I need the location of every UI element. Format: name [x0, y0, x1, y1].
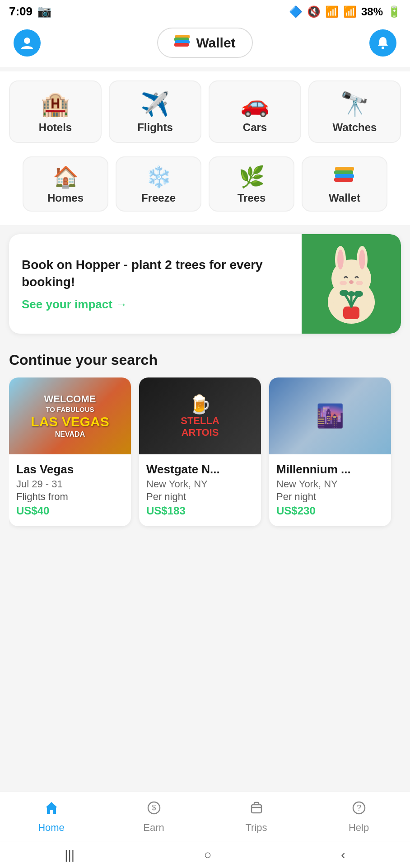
help-nav-icon: ? — [351, 800, 367, 819]
search-card-lasvegas[interactable]: WELCOME TO FABULOUS LAS VEGAS NEVADA Las… — [9, 377, 131, 526]
earn-nav-icon: $ — [146, 800, 162, 819]
svg-text:$: $ — [152, 804, 156, 811]
profile-button[interactable] — [14, 29, 41, 57]
svg-point-16 — [349, 280, 354, 284]
category-hotels[interactable]: 🏨 Hotels — [9, 80, 102, 143]
wallet-category-icon — [334, 166, 355, 187]
svg-point-15 — [359, 250, 365, 269]
nav-trips[interactable]: Trips — [205, 800, 308, 834]
flights-icon: ✈️ — [140, 92, 170, 116]
svg-point-17 — [340, 281, 347, 285]
svg-point-5 — [382, 47, 384, 49]
lasvegas-image: WELCOME TO FABULOUS LAS VEGAS NEVADA — [9, 377, 131, 454]
time-display: 7:09 — [9, 5, 33, 19]
svg-rect-25 — [252, 805, 261, 813]
promo-banner[interactable]: Book on Hopper - plant 2 trees for every… — [9, 234, 401, 334]
help-nav-label: Help — [349, 822, 369, 834]
android-recents-button[interactable]: ||| — [65, 848, 75, 862]
svg-rect-8 — [335, 174, 354, 178]
category-watches[interactable]: 🔭 Watches — [308, 80, 401, 143]
bluetooth-icon: 🔷 — [289, 5, 303, 18]
wallet-category-label: Wallet — [329, 192, 360, 204]
earn-nav-label: Earn — [143, 822, 164, 834]
millennium-subtitle: New York, NY — [276, 478, 384, 490]
search-card-millennium[interactable]: 🌆 Millennium ... New York, NY Per night … — [269, 377, 391, 526]
wallet-label: Wallet — [196, 35, 235, 51]
svg-rect-19 — [343, 307, 359, 319]
category-wallet[interactable]: Wallet — [302, 156, 387, 212]
freeze-label: Freeze — [141, 192, 176, 204]
westgate-price: US$183 — [146, 505, 254, 517]
svg-rect-4 — [174, 43, 189, 47]
notification-button[interactable] — [369, 29, 396, 57]
wallet-emoji-icon — [174, 35, 191, 51]
top-categories-grid: 🏨 Hotels ✈️ Flights 🚗 Cars 🔭 Watches — [9, 80, 401, 143]
lasvegas-price: US$40 — [16, 505, 124, 517]
search-cards-container: WELCOME TO FABULOUS LAS VEGAS NEVADA Las… — [9, 377, 401, 531]
svg-text:?: ? — [356, 803, 361, 812]
millennium-image: 🌆 — [269, 377, 391, 454]
homes-icon: 🏠 — [53, 166, 79, 187]
banner-title: Book on Hopper - plant 2 trees for every… — [22, 256, 289, 291]
trees-icon: 🌿 — [239, 166, 265, 187]
lasvegas-label: Flights from — [16, 491, 124, 503]
westgate-subtitle: New York, NY — [146, 478, 254, 490]
millennium-price: US$230 — [276, 505, 384, 517]
banner-link[interactable]: See your impact → — [22, 297, 289, 311]
main-section: 🏨 Hotels ✈️ Flights 🚗 Cars 🔭 Watches 🏠 H… — [0, 71, 410, 225]
svg-point-13 — [337, 250, 344, 269]
home-nav-label: Home — [38, 822, 65, 834]
hotels-icon: 🏨 — [41, 92, 70, 116]
svg-rect-6 — [335, 167, 354, 171]
nav-help[interactable]: ? Help — [308, 800, 410, 834]
category-homes[interactable]: 🏠 Homes — [23, 156, 108, 212]
westgate-label: Per night — [146, 491, 254, 503]
svg-point-21 — [354, 291, 363, 297]
westgate-title: Westgate N... — [146, 462, 254, 476]
bottom-categories-grid: 🏠 Homes ❄️ Freeze 🌿 Trees Wallet — [9, 156, 401, 212]
nav-home[interactable]: Home — [0, 800, 102, 834]
home-nav-icon — [44, 800, 59, 819]
banner-text-area: Book on Hopper - plant 2 trees for every… — [9, 234, 302, 334]
westgate-image: 🍺 STELLAARTOIS — [139, 377, 261, 454]
wallet-button[interactable]: Wallet — [157, 28, 252, 58]
search-card-westgate[interactable]: 🍺 STELLAARTOIS Westgate N... New York, N… — [139, 377, 261, 526]
svg-rect-9 — [334, 178, 353, 182]
millennium-title: Millennium ... — [276, 462, 384, 476]
android-home-button[interactable]: ○ — [204, 848, 212, 862]
battery-text: 38% — [361, 5, 383, 18]
category-cars[interactable]: 🚗 Cars — [209, 80, 301, 143]
android-nav-bar: ||| ○ ‹ — [0, 841, 410, 868]
battery-icon: 🔋 — [387, 5, 401, 18]
freeze-icon: ❄️ — [146, 166, 172, 187]
lasvegas-subtitle: Jul 29 - 31 — [16, 478, 124, 490]
signal-icon: 📶 — [343, 5, 357, 18]
homes-label: Homes — [47, 192, 84, 204]
trips-nav-label: Trips — [245, 822, 267, 834]
watches-label: Watches — [333, 121, 377, 134]
banner-image-area — [302, 234, 401, 334]
trees-label: Trees — [238, 192, 266, 204]
mute-icon: 🔇 — [307, 5, 321, 18]
banner-section: Book on Hopper - plant 2 trees for every… — [0, 225, 410, 343]
svg-rect-7 — [334, 170, 353, 175]
trips-nav-icon — [249, 800, 264, 819]
continue-search-section: Continue your search WELCOME TO FABULOUS… — [0, 343, 410, 535]
category-freeze[interactable]: ❄️ Freeze — [116, 156, 201, 212]
camera-icon: 📷 — [37, 5, 51, 19]
millennium-label: Per night — [276, 491, 384, 503]
continue-search-heading: Continue your search — [9, 352, 401, 368]
svg-point-22 — [348, 291, 355, 297]
bottom-nav: Home $ Earn Trips ? Help — [0, 792, 410, 841]
lasvegas-title: Las Vegas — [16, 462, 124, 476]
category-flights[interactable]: ✈️ Flights — [109, 80, 201, 143]
hotels-label: Hotels — [39, 121, 72, 134]
nav-earn[interactable]: $ Earn — [102, 800, 205, 834]
top-header: Wallet — [0, 21, 410, 67]
android-back-button[interactable]: ‹ — [341, 848, 345, 862]
category-trees[interactable]: 🌿 Trees — [209, 156, 294, 212]
svg-point-18 — [356, 281, 363, 285]
svg-point-20 — [340, 290, 349, 296]
flights-label: Flights — [137, 121, 173, 134]
status-bar: 7:09 📷 🔷 🔇 📶 📶 38% 🔋 — [0, 0, 410, 21]
